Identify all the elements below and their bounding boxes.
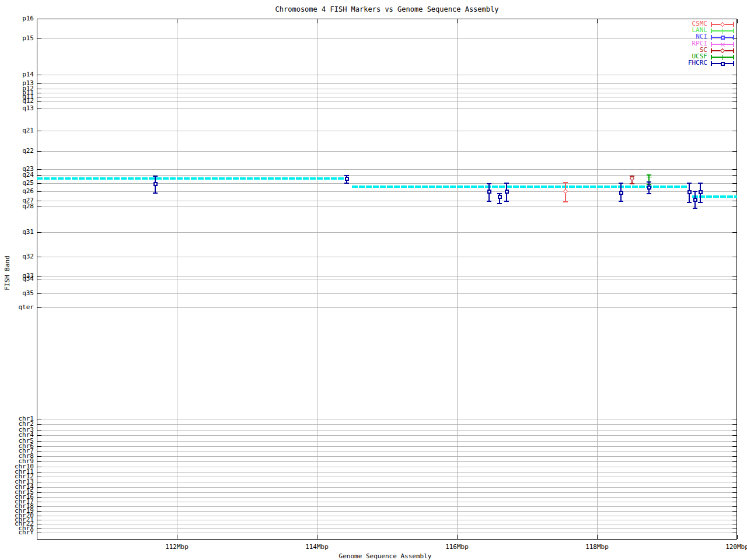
y-tick-label: q25 <box>0 180 34 187</box>
legend-sample-cap <box>711 48 712 53</box>
y-tick-label: q28 <box>0 203 34 210</box>
marker-plus <box>722 55 723 60</box>
plot-border <box>37 19 737 540</box>
assembly-band-q25-q26 <box>352 186 687 188</box>
assembly-band-q24-q25 <box>37 177 344 180</box>
marker-square <box>487 190 491 194</box>
assembly-band-q26-q27 <box>692 195 737 198</box>
marker-square <box>647 186 651 190</box>
legend-sample-cap <box>711 61 712 66</box>
marker-plus <box>722 29 723 34</box>
y-tick-label: q31 <box>0 229 34 236</box>
error-bar-cap-FHCRC <box>153 176 158 177</box>
marker-square <box>721 36 725 40</box>
legend-sample-cap <box>711 42 712 47</box>
legend-sample-cap <box>733 29 734 33</box>
error-bar-cap-FHCRC <box>344 175 349 176</box>
error-bar-cap-FHCRC <box>344 183 349 184</box>
legend-sample-cap <box>711 35 712 40</box>
legend-sample-cap <box>711 22 712 27</box>
marker-square <box>619 191 623 195</box>
y-tick-label: q13 <box>0 105 34 112</box>
error-bar-cap-FHCRC <box>504 183 509 184</box>
error-bar-cap-FHCRC <box>487 183 491 184</box>
legend-sample-cap <box>733 48 734 53</box>
marker-square <box>345 177 349 181</box>
legend-sample-cap <box>733 61 734 66</box>
y-tick-label: q32 <box>0 253 34 260</box>
error-bar-cap-CSMC <box>563 182 568 183</box>
error-bar-cap-FHCRC <box>487 201 491 202</box>
marker-square <box>505 190 509 194</box>
x-axis-title: Genome Sequence Assembly <box>339 552 432 560</box>
y-tick-label: q26 <box>0 188 34 195</box>
legend-sample-cap <box>733 22 734 27</box>
legend-sample-cap <box>733 55 734 60</box>
marker-plus <box>649 174 650 180</box>
error-bar-cap-FHCRC <box>698 202 703 203</box>
legend-label-LANL: LANL <box>614 27 707 34</box>
error-bar-cap-FHCRC <box>693 208 697 209</box>
error-bar-cap-FHCRC <box>504 201 509 202</box>
marker-square <box>721 62 725 66</box>
error-bar-cap-FHCRC <box>698 183 703 184</box>
y-tick-label: p16 <box>0 15 34 22</box>
legend-sample-cap <box>711 29 712 33</box>
legend-sample-cap <box>733 35 734 40</box>
y-tick-label: p15 <box>0 35 34 42</box>
error-bar-cap-FHCRC <box>619 183 623 184</box>
legend-label-FHCRC: FHCRC <box>614 60 707 66</box>
x-tick-label: 114Mbp <box>305 543 329 551</box>
error-bar-cap-CSMC <box>563 201 568 202</box>
y-tick-label: q21 <box>0 127 34 134</box>
x-tick-label: 116Mbp <box>445 543 469 551</box>
x-tick-label: 112Mbp <box>165 543 189 551</box>
y-tick-label: q12 <box>0 97 34 104</box>
error-bar-cap-FHCRC <box>687 183 692 184</box>
marker-square <box>498 195 502 199</box>
error-bar-cap-FHCRC <box>693 191 697 192</box>
error-bar-cap-FHCRC <box>497 203 502 204</box>
error-bar-cap-FHCRC <box>687 202 692 203</box>
fish-marker-chart: Chromosome 4 FISH Markers vs Genome Sequ… <box>0 0 747 560</box>
error-bar-cap-FHCRC <box>647 193 651 194</box>
y-tick-label: q22 <box>0 148 34 155</box>
legend-sample-cap <box>733 42 734 47</box>
x-tick-label: 120Mbp <box>725 543 747 551</box>
y-tick-label: q35 <box>0 290 34 297</box>
tick-x-bottom <box>737 535 738 539</box>
y-tick-label: chrY <box>0 529 34 536</box>
error-bar-cap-FHCRC <box>647 181 651 183</box>
legend-sample-cap <box>711 55 712 60</box>
tick-x-top <box>737 19 738 23</box>
marker-square <box>153 182 158 186</box>
marker-square <box>693 198 697 202</box>
y-tick-label: p14 <box>0 71 34 78</box>
chart-title: Chromosome 4 FISH Markers vs Genome Sequ… <box>275 5 499 13</box>
error-bar-cap-FHCRC <box>619 201 623 202</box>
error-bar-cap-FHCRC <box>497 193 502 194</box>
error-bar-cap-FHCRC <box>153 192 158 194</box>
legend-label-RPCI: RPCI <box>614 40 707 47</box>
marker-square <box>699 190 703 194</box>
error-bar-cap-SC <box>630 183 634 184</box>
y-tick-label: q34 <box>0 275 34 282</box>
y-tick-label: q24 <box>0 172 34 178</box>
marker-square <box>687 190 692 194</box>
y-tick-label: qter <box>0 304 34 311</box>
x-tick-label: 118Mbp <box>585 543 609 551</box>
